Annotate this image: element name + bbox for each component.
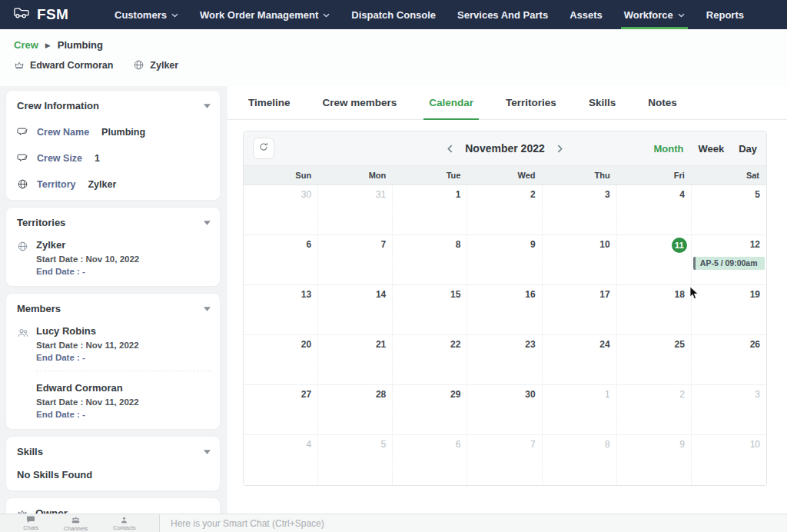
territories-header[interactable]: Territories: [17, 217, 211, 228]
calendar-cell[interactable]: 23: [467, 335, 542, 385]
view-day-button[interactable]: Day: [739, 143, 757, 155]
calendar-cell[interactable]: 5: [692, 185, 766, 235]
calendar-cell[interactable]: 7: [467, 435, 542, 485]
collapse-caret-icon[interactable]: [204, 450, 211, 454]
nav-item-assets[interactable]: Assets: [559, 0, 613, 29]
today-badge[interactable]: 11: [672, 238, 687, 253]
calendar-cell[interactable]: 1: [393, 185, 467, 235]
weekday-header: SunMonTueWedThuFriSat: [244, 165, 766, 185]
skills-header[interactable]: Skills: [17, 446, 211, 457]
dock-item-channels[interactable]: Channels: [64, 515, 88, 532]
dock-item-contacts[interactable]: Contacts: [113, 516, 136, 531]
calendar-cell[interactable]: 22: [393, 335, 467, 385]
calendar-cell[interactable]: 21: [318, 335, 393, 385]
calendar-cell[interactable]: 13: [244, 285, 318, 335]
calendar-cell[interactable]: 30: [244, 185, 318, 235]
next-month-button[interactable]: [555, 142, 565, 155]
calendar-cell[interactable]: 28: [318, 385, 393, 435]
main-panel: TimelineCrew membersCalendarTerritoriesS…: [227, 86, 787, 514]
tab-territories[interactable]: Territories: [490, 86, 573, 119]
calendar-cell[interactable]: 18: [617, 285, 692, 335]
calendar-cell[interactable]: 9: [467, 235, 542, 285]
calendar-cell[interactable]: 19: [692, 285, 766, 335]
app-logo[interactable]: FSM: [11, 5, 68, 24]
calendar-cell[interactable]: 27: [244, 385, 318, 435]
tab-crew-members[interactable]: Crew members: [307, 86, 413, 119]
calendar-cell[interactable]: 8: [543, 435, 617, 485]
calendar-cell[interactable]: 10: [692, 435, 766, 485]
members-header[interactable]: Members: [17, 303, 211, 314]
calendar-cell[interactable]: 2: [617, 385, 692, 435]
territories-card: Territories ZylkerStart Date : Nov 10, 2…: [6, 208, 220, 286]
field-label: Crew Size: [37, 153, 82, 164]
calendar-cell[interactable]: 14: [318, 285, 393, 335]
day-number: 2: [679, 389, 685, 400]
calendar-cell[interactable]: 6: [393, 435, 467, 485]
day-number: 26: [750, 339, 760, 350]
tab-notes[interactable]: Notes: [632, 86, 693, 119]
calendar-cell[interactable]: 3: [692, 385, 766, 435]
calendar-cell[interactable]: 11: [617, 235, 692, 285]
crew-information-header[interactable]: Crew Information: [17, 100, 211, 111]
calendar-cell[interactable]: 24: [543, 335, 617, 385]
dock-item-label: Chats: [23, 525, 38, 531]
tab-timeline[interactable]: Timeline: [232, 86, 307, 119]
calendar-cell[interactable]: 29: [393, 385, 467, 435]
day-number: 1: [456, 189, 461, 200]
calendar-cell[interactable]: 26: [692, 335, 766, 385]
calendar-cell[interactable]: 5: [318, 435, 393, 485]
calendar-cell[interactable]: 4: [244, 435, 318, 485]
record-territory: Zylker: [133, 59, 178, 71]
owner-header[interactable]: Owner: [17, 507, 211, 514]
dock-item-chats[interactable]: Chats: [23, 515, 38, 531]
calendar-cell[interactable]: 10: [543, 235, 617, 285]
calendar-cell[interactable]: 7: [318, 235, 393, 285]
calendar-cell[interactable]: 31: [318, 185, 393, 235]
day-number: 9: [679, 439, 685, 450]
collapse-caret-icon[interactable]: [204, 221, 211, 225]
nav-item-work-order-management[interactable]: Work Order Management: [189, 0, 340, 29]
top-nav: FSM CustomersWork Order ManagementDispat…: [0, 0, 787, 29]
collapse-caret-icon[interactable]: [204, 307, 211, 311]
calendar-cell[interactable]: 2: [467, 185, 542, 235]
list-item: Edward CormoranStart Date : Nov 11, 2022…: [17, 382, 211, 419]
calendar-cell[interactable]: 15: [393, 285, 467, 335]
day-number: 16: [525, 289, 535, 300]
view-month-button[interactable]: Month: [653, 143, 683, 155]
calendar-cell[interactable]: 1: [543, 385, 617, 435]
field-icon: [17, 126, 28, 138]
calendar-cell[interactable]: 25: [617, 335, 692, 385]
calendar-cell[interactable]: 6: [244, 235, 318, 285]
calendar-cell[interactable]: 17: [543, 285, 617, 335]
calendar-cell[interactable]: 9: [617, 435, 692, 485]
collapse-caret-icon[interactable]: [204, 104, 211, 108]
calendar-cell[interactable]: 3: [543, 185, 617, 235]
refresh-button[interactable]: [253, 138, 274, 159]
record-owner: Edward Cormoran: [14, 60, 113, 71]
calendar-cell[interactable]: 8: [393, 235, 467, 285]
nav-item-workforce[interactable]: Workforce: [613, 0, 696, 29]
skills-empty-text: No Skills Found: [17, 469, 211, 480]
calendar-month-title: November 2022: [465, 142, 545, 155]
smart-chat-input[interactable]: Here is your Smart Chat (Ctrl+Space): [160, 514, 787, 532]
nav-item-dispatch-console[interactable]: Dispatch Console: [340, 0, 447, 29]
field-label: Territory: [37, 179, 75, 190]
calendar-cell[interactable]: 16: [467, 285, 542, 335]
record-header: Crew ▶ Plumbing Edward Cormoran Zylker: [0, 29, 787, 86]
tab-skills[interactable]: Skills: [573, 86, 632, 119]
nav-item-customers[interactable]: Customers: [104, 0, 189, 29]
nav-item-reports[interactable]: Reports: [696, 0, 755, 29]
breadcrumb-crew-link[interactable]: Crew: [14, 39, 38, 51]
view-week-button[interactable]: Week: [698, 143, 724, 155]
prev-month-button[interactable]: [445, 142, 455, 155]
tab-calendar[interactable]: Calendar: [413, 86, 490, 119]
calendar-cell[interactable]: 12AP-5 / 09:00am: [692, 235, 766, 285]
event-chip[interactable]: AP-5 / 09:00am: [693, 257, 765, 270]
calendar-cell[interactable]: 30: [467, 385, 542, 435]
day-number: 21: [376, 339, 386, 350]
day-number: 30: [525, 389, 535, 400]
nav-item-label: Reports: [706, 9, 744, 21]
nav-item-services-and-parts[interactable]: Services And Parts: [447, 0, 559, 29]
calendar-cell[interactable]: 20: [244, 335, 318, 385]
calendar-cell[interactable]: 4: [617, 185, 692, 235]
